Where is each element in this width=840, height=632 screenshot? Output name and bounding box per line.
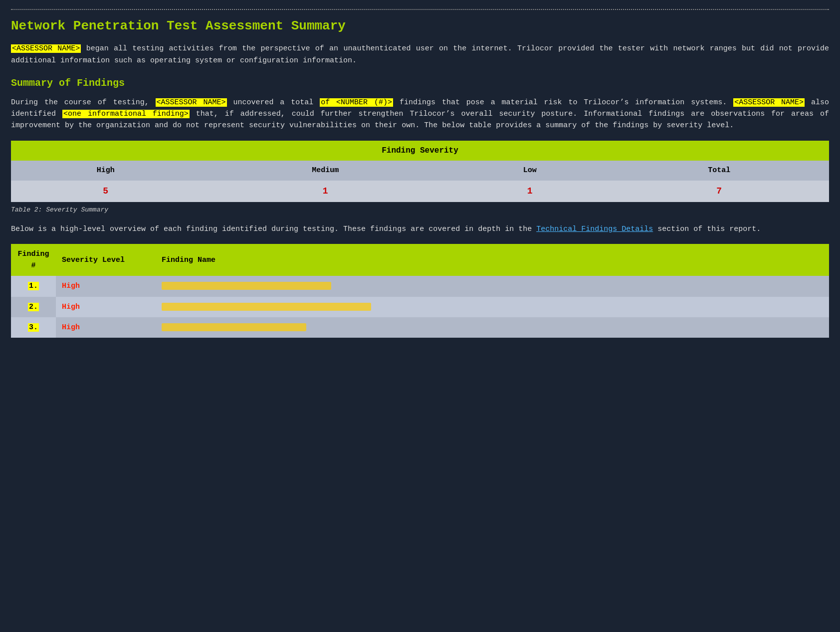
- col-high: High: [11, 161, 201, 180]
- finding-3-name: [156, 317, 829, 338]
- severity-table-header: Finding Severity: [11, 141, 829, 161]
- finding-2-name: [156, 297, 829, 317]
- finding-2-severity: High: [56, 297, 156, 317]
- finding-3-severity: High: [56, 317, 156, 338]
- severity-table-header-row: Finding Severity: [11, 141, 829, 161]
- findings-col-severity: Severity Level: [56, 244, 156, 276]
- one-info-highlight: <one informational finding>: [62, 110, 190, 118]
- summary-findings-title: Summary of Findings: [11, 75, 829, 91]
- findings-header-row: Finding # Severity Level Finding Name: [11, 244, 829, 276]
- overview-paragraph: Below is a high-level overview of each f…: [11, 223, 829, 235]
- intro-paragraph: <ASSESSOR NAME> began all testing activi…: [11, 43, 829, 66]
- page-title: Network Penetration Test Assessment Summ…: [11, 16, 829, 36]
- summary-part1: During the course of testing,: [11, 98, 156, 107]
- finding-2-number: 2.: [11, 297, 56, 317]
- findings-col-number: Finding #: [11, 244, 56, 276]
- intro-text: began all testing activities from the pe…: [11, 44, 829, 64]
- col-low: Low: [450, 161, 610, 180]
- severity-table: Finding Severity High Medium Low Total 5…: [11, 141, 829, 203]
- findings-table: Finding # Severity Level Finding Name 1.…: [11, 244, 829, 338]
- assessor-name-highlight-2: <ASSESSOR NAME>: [156, 98, 227, 107]
- finding-3-number: 3.: [11, 317, 56, 338]
- number-placeholder-highlight: of <NUMBER (#)>: [320, 98, 393, 107]
- severity-col-headers: High Medium Low Total: [11, 161, 829, 180]
- finding-1-severity: High: [56, 276, 156, 296]
- finding-3-redacted-bar: [162, 323, 306, 331]
- val-total: 7: [609, 181, 829, 203]
- finding-row-1: 1. High: [11, 276, 829, 296]
- finding-1-number: 1.: [11, 276, 56, 296]
- summary-part3: findings that pose a material risk to Tr…: [400, 98, 733, 107]
- technical-findings-link[interactable]: Technical Findings Details: [536, 225, 653, 233]
- overview-text-after: section of this report.: [657, 225, 761, 233]
- dotted-top-border: [11, 9, 829, 10]
- summary-paragraph: During the course of testing, <ASSESSOR …: [11, 97, 829, 132]
- col-total: Total: [609, 161, 829, 180]
- col-medium: Medium: [201, 161, 450, 180]
- assessor-name-highlight-3: <ASSESSOR NAME>: [733, 98, 805, 107]
- val-high: 5: [11, 181, 201, 203]
- assessor-name-highlight-1: <ASSESSOR NAME>: [11, 44, 81, 53]
- finding-row-2: 2. High: [11, 297, 829, 317]
- findings-col-name: Finding Name: [156, 244, 829, 276]
- overview-text-before: Below is a high-level overview of each f…: [11, 225, 536, 233]
- val-low: 1: [450, 181, 610, 203]
- table-caption: Table 2: Severity Summary: [11, 205, 829, 215]
- finding-1-name: [156, 276, 829, 296]
- severity-data-row: 5 1 1 7: [11, 181, 829, 203]
- summary-part2: uncovered a total: [233, 98, 320, 107]
- finding-2-redacted-bar: [162, 303, 371, 311]
- finding-1-redacted-bar: [162, 282, 331, 290]
- finding-row-3: 3. High: [11, 317, 829, 338]
- val-medium: 1: [201, 181, 450, 203]
